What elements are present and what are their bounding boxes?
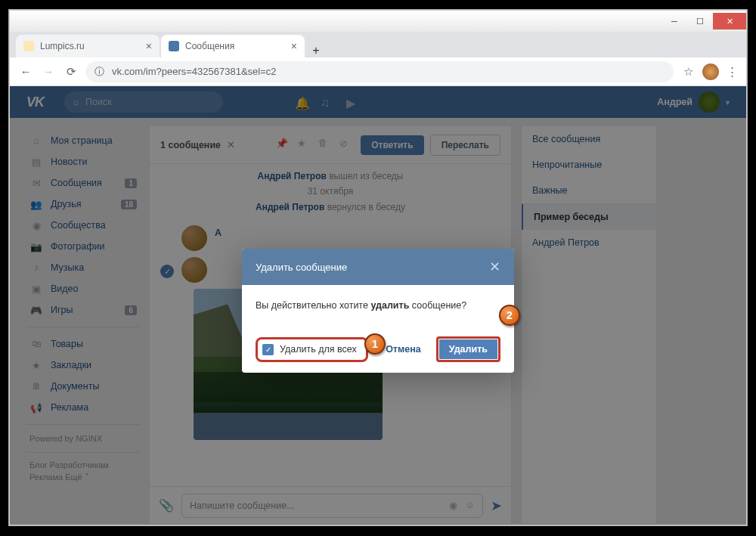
delete-button[interactable]: Удалить (436, 336, 500, 362)
tab-strip: Lumpics.ru × Сообщения × + (10, 32, 746, 57)
back-icon[interactable]: ← (17, 65, 34, 78)
tab-title: Lumpics.ru (40, 41, 85, 51)
browser-window: ─ ☐ ✕ Lumpics.ru × Сообщения × + ← → ⟳ ⓘ… (9, 10, 747, 525)
window-minimize-button[interactable]: ─ (662, 13, 687, 29)
tab-close-icon[interactable]: × (291, 40, 297, 52)
tab-close-icon[interactable]: × (146, 40, 152, 52)
browser-tab-vk[interactable]: Сообщения × (161, 35, 305, 57)
modal-title: Удалить сообщение (256, 262, 347, 273)
modal-overlay[interactable]: Удалить сообщение ✕ Вы действительно хот… (10, 86, 746, 525)
window-maximize-button[interactable]: ☐ (687, 13, 713, 29)
annotation-callout-2: 2 (499, 305, 520, 326)
window-close-button[interactable]: ✕ (713, 13, 746, 29)
tab-title: Сообщения (185, 41, 234, 51)
favicon-icon (169, 41, 179, 51)
modal-close-icon[interactable]: ✕ (489, 259, 500, 275)
window-titlebar: ─ ☐ ✕ (10, 11, 746, 32)
url-input[interactable]: ⓘ vk.com/im?peers=432567381&sel=c2 (85, 61, 674, 82)
checkbox-label: Удалить для всех (280, 344, 357, 355)
delete-for-all-checkbox[interactable]: ✓ Удалить для всех (256, 337, 368, 362)
forward-icon[interactable]: → (40, 65, 57, 78)
delete-message-modal: Удалить сообщение ✕ Вы действительно хот… (242, 249, 514, 373)
menu-icon[interactable]: ⋮ (725, 65, 739, 79)
favicon-icon (23, 41, 34, 51)
address-bar: ← → ⟳ ⓘ vk.com/im?peers=432567381&sel=c2… (10, 57, 746, 86)
browser-tab-lumpics[interactable]: Lumpics.ru × (16, 35, 160, 57)
bookmark-icon[interactable]: ☆ (680, 65, 696, 79)
checkbox-checked-icon: ✓ (262, 344, 274, 355)
profile-avatar-icon[interactable] (702, 64, 719, 80)
new-tab-button[interactable]: + (306, 44, 326, 57)
secure-icon: ⓘ (94, 65, 104, 79)
modal-header: Удалить сообщение ✕ (242, 249, 514, 285)
cancel-button[interactable]: Отмена (378, 339, 429, 360)
vk-page: VK ⌕ Поиск 🔔 ♫ ▶ Андрей ▾ ⌂Моя страница … (10, 86, 746, 525)
url-text: vk.com/im?peers=432567381&sel=c2 (112, 66, 277, 77)
reload-icon[interactable]: ⟳ (63, 65, 79, 79)
annotation-callout-1: 1 (364, 333, 386, 355)
modal-body: Вы действительно хотите удалить сообщени… (242, 285, 514, 326)
